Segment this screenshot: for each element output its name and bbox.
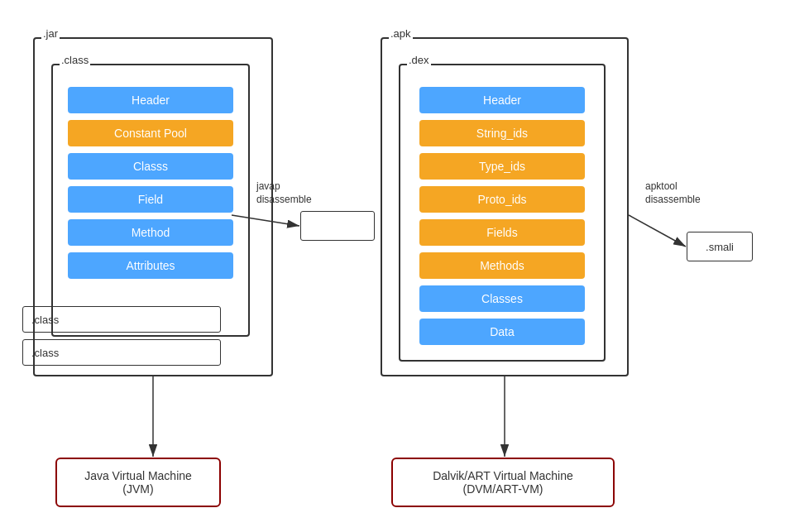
smali-label: .smali [706, 241, 734, 253]
dvm-label: Dalvik/ART Virtual Machine(DVM/ART-VM) [433, 469, 573, 496]
apktool-label: apktool [645, 180, 677, 192]
javap-label: javap [256, 180, 280, 192]
class-file-1-label: .class [31, 314, 59, 326]
disassemble-label: disassemble [256, 194, 312, 205]
class-inner-box: .class Header Constant Pool Classs Field… [51, 64, 250, 337]
dex-items: Header String_ids Type_ids Proto_ids Fie… [400, 79, 604, 353]
jar-header-item: Header [68, 87, 233, 113]
dex-inner-box: .dex Header String_ids Type_ids Proto_id… [399, 64, 606, 362]
apk-label: .apk [389, 27, 413, 40]
jar-method-item: Method [68, 219, 233, 246]
class-file-2: .class [22, 339, 221, 366]
javap-box [300, 211, 375, 241]
jar-classs-item: Classs [68, 153, 233, 180]
jar-label: .jar [41, 27, 60, 40]
dvm-box: Dalvik/ART Virtual Machine(DVM/ART-VM) [391, 458, 615, 507]
dex-proto-ids-item: Proto_ids [419, 186, 585, 213]
jar-field-item: Field [68, 186, 233, 213]
jvm-label: Java Virtual Machine(JVM) [84, 469, 192, 496]
apk-box: .apk .dex Header String_ids Type_ids Pro… [381, 37, 629, 376]
dex-string-ids-item: String_ids [419, 120, 585, 146]
dex-inner-label: .dex [407, 54, 431, 66]
dex-data-item: Data [419, 319, 585, 345]
dex-header-item: Header [419, 87, 585, 113]
class-items: Header Constant Pool Classs Field Method… [53, 79, 248, 287]
class-file-1: .class [22, 306, 221, 333]
class-file-2-label: .class [31, 347, 59, 359]
jvm-box: Java Virtual Machine(JVM) [55, 458, 221, 507]
class-inner-label: .class [60, 54, 90, 66]
dex-methods-item: Methods [419, 252, 585, 279]
dex-classes-item: Classes [419, 285, 585, 312]
smali-box: .smali [687, 232, 753, 261]
apktool-disassemble-label: disassemble [645, 194, 701, 205]
jar-constant-pool-item: Constant Pool [68, 120, 233, 146]
diagram-container: .jar .class Header Constant Pool Classs … [0, 0, 790, 532]
jar-attributes-item: Attributes [68, 252, 233, 279]
svg-line-4 [629, 215, 686, 247]
dex-type-ids-item: Type_ids [419, 153, 585, 180]
dex-fields-item: Fields [419, 219, 585, 246]
